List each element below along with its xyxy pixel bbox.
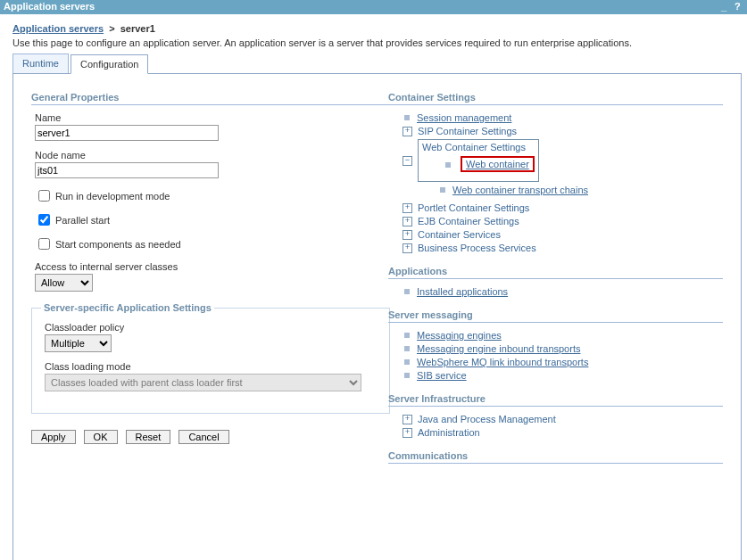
classloader-select[interactable]: Multiple <box>45 334 112 352</box>
plus-icon[interactable]: + <box>403 217 412 226</box>
start-components-checkbox[interactable] <box>38 238 50 250</box>
bullet-icon <box>404 359 410 365</box>
session-management-link[interactable]: Session management <box>417 112 511 123</box>
messaging-inbound-link[interactable]: Messaging engine inbound transports <box>417 343 580 354</box>
loading-mode-label: Class loading mode <box>45 361 380 372</box>
button-row: Apply OK Reset Cancel <box>31 430 388 444</box>
name-label: Name <box>35 112 388 123</box>
web-container-settings-item[interactable]: Web Container Settings <box>422 142 526 152</box>
plus-icon[interactable]: + <box>403 415 412 424</box>
access-select[interactable]: Allow <box>35 274 93 292</box>
start-components-label: Start components as needed <box>55 239 181 250</box>
classloader-label: Classloader policy <box>45 322 380 333</box>
sib-service-link[interactable]: SIB service <box>417 370 467 381</box>
web-transport-link[interactable]: Web container transport chains <box>452 185 588 195</box>
breadcrumb-root[interactable]: Application servers <box>12 23 104 34</box>
node-name-label: Node name <box>35 150 388 161</box>
plus-icon[interactable]: + <box>403 203 412 213</box>
web-container-highlight: Web container <box>461 156 535 172</box>
right-column: Container Settings Session management +S… <box>388 92 723 476</box>
breadcrumb-current: server1 <box>120 23 155 34</box>
java-process-item[interactable]: Java and Process Management <box>418 414 556 424</box>
plus-icon[interactable]: + <box>403 243 412 253</box>
window-title: Application servers <box>4 0 95 14</box>
dev-mode-checkbox[interactable] <box>38 190 50 202</box>
name-input[interactable] <box>35 125 219 141</box>
server-specific-legend: Server-specific Application Settings <box>41 302 214 313</box>
general-properties-header: General Properties <box>31 92 388 105</box>
left-column: General Properties Name Node name Run in… <box>31 92 388 476</box>
page-description: Use this page to configure an applicatio… <box>12 37 742 48</box>
ejb-container-item[interactable]: EJB Container Settings <box>418 216 519 226</box>
web-container-link[interactable]: Web container <box>466 159 529 169</box>
sip-container-item[interactable]: SIP Container Settings <box>418 126 517 136</box>
minimize-icon[interactable]: _ <box>721 0 730 9</box>
container-services-item[interactable]: Container Services <box>418 229 501 240</box>
reset-button[interactable]: Reset <box>126 430 171 444</box>
node-name-input[interactable] <box>35 162 219 178</box>
administration-item[interactable]: Administration <box>418 427 480 438</box>
window-icons: _ ? <box>719 0 743 14</box>
bullet-icon <box>440 187 445 193</box>
tab-runtime[interactable]: Runtime <box>12 54 69 73</box>
bullet-icon <box>404 346 410 351</box>
messaging-engines-link[interactable]: Messaging engines <box>417 330 502 341</box>
server-specific-fieldset: Server-specific Application Settings Cla… <box>31 302 390 414</box>
title-bar: Application servers _ ? <box>0 0 747 14</box>
communications-header: Communications <box>388 450 723 464</box>
access-label: Access to internal server classes <box>35 261 388 272</box>
bullet-icon <box>404 115 410 120</box>
dev-mode-label: Run in development mode <box>55 191 170 202</box>
apply-button[interactable]: Apply <box>31 430 76 444</box>
applications-header: Applications <box>388 266 723 279</box>
ok-button[interactable]: OK <box>84 430 118 444</box>
portlet-container-item[interactable]: Portlet Container Settings <box>418 202 529 213</box>
help-icon[interactable]: ? <box>735 0 743 9</box>
business-process-item[interactable]: Business Process Services <box>418 243 536 253</box>
cancel-button[interactable]: Cancel <box>178 430 228 444</box>
server-infra-header: Server Infrastructure <box>388 393 723 407</box>
tab-body: General Properties Name Node name Run in… <box>12 73 742 560</box>
bullet-icon <box>445 162 451 168</box>
plus-icon[interactable]: + <box>403 230 412 240</box>
loading-mode-select: Classes loaded with parent class loader … <box>45 374 361 391</box>
breadcrumb: Application servers > server1 <box>12 23 742 34</box>
plus-icon[interactable]: + <box>403 127 412 136</box>
bullet-icon <box>404 333 410 338</box>
web-container-settings-group: Web Container Settings Web container <box>418 139 539 182</box>
parallel-start-checkbox[interactable] <box>38 214 50 226</box>
breadcrumb-sep: > <box>106 23 117 34</box>
mq-link[interactable]: WebSphere MQ link inbound transports <box>417 357 588 367</box>
tabs: Runtime Configuration <box>12 54 742 73</box>
container-settings-header: Container Settings <box>388 92 723 105</box>
installed-apps-link[interactable]: Installed applications <box>417 286 508 297</box>
minus-icon[interactable]: − <box>403 156 412 166</box>
server-messaging-header: Server messaging <box>388 309 723 323</box>
parallel-start-label: Parallel start <box>55 215 110 226</box>
tab-configuration[interactable]: Configuration <box>71 54 148 74</box>
bullet-icon <box>404 373 410 378</box>
bullet-icon <box>404 289 410 294</box>
plus-icon[interactable]: + <box>403 428 412 438</box>
